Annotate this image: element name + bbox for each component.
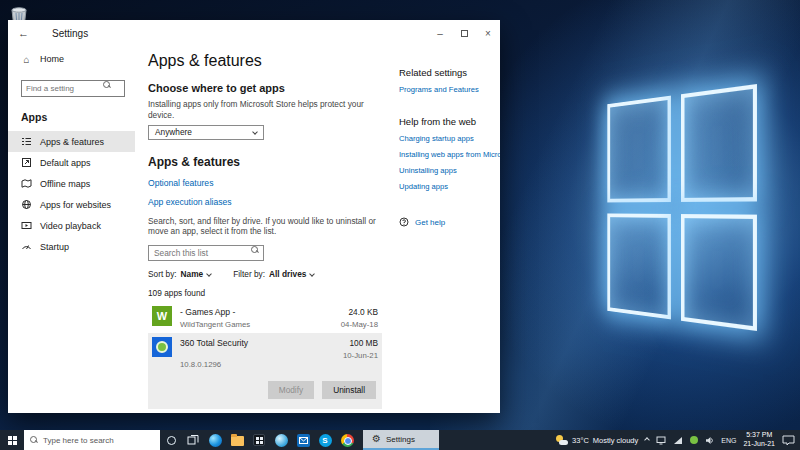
clock-time: 5:37 PM [743,431,775,440]
home-label: Home [40,54,64,64]
store-icon [253,434,265,446]
sidebar-item-offline-maps[interactable]: Offline maps [8,173,135,194]
apps-features-icon [21,136,32,147]
sort-by-value: Name [181,269,204,279]
choose-apps-description: Installing apps only from Microsoft Stor… [148,99,386,121]
search-description: Search, sort, and filter by drive. If yo… [148,216,376,238]
uninstall-button[interactable]: Uninstall [322,381,376,399]
volume-icon[interactable] [705,436,714,445]
related-settings-heading: Related settings [399,67,500,78]
tray-expand-icon[interactable] [644,437,650,443]
back-icon[interactable]: ← [18,27,38,39]
desktop: ← Settings – × ⌂ Home Apps [0,0,800,450]
skype-icon: S [319,434,332,447]
app-row-3d-builder[interactable]: b 3D Builder Microsoft Corporation 16.0 … [148,409,382,413]
help-from-web-heading: Help from the web [399,116,500,127]
help-link-updating-apps[interactable]: Updating apps [399,182,500,191]
app-size: 100 MB [343,338,378,348]
close-icon[interactable]: × [476,20,500,46]
file-explorer-icon [231,436,244,446]
sidebar-item-label: Startup [40,242,69,252]
right-panel: Related settings Programs and Features H… [386,46,500,413]
task-view-icon [187,434,199,446]
home-icon: ⌂ [21,54,32,65]
programs-and-features-link[interactable]: Programs and Features [399,85,500,94]
sidebar-item-label: Default apps [40,158,91,168]
settings-sidebar: ⌂ Home Apps Apps & features [8,46,135,413]
display-tray-icon[interactable] [656,436,666,445]
action-center-icon[interactable] [782,435,795,446]
window-titlebar[interactable]: ← Settings – × [8,20,500,46]
get-help-link[interactable]: Get help [415,218,445,227]
app-row-games-app[interactable]: W - Games App - WildTangent Games 24.0 K… [148,302,382,333]
help-link-uninstalling-apps[interactable]: Uninstalling apps [399,166,500,175]
cortana-icon [167,436,176,445]
dropdown-value: Anywhere [155,127,192,137]
antivirus-tray-icon[interactable] [690,436,698,444]
taskbar-search-placeholder: Type here to search [43,436,114,445]
apps-count: 109 apps found [148,288,386,298]
clock-date: 21-Jun-21 [743,440,775,449]
startup-icon [21,241,32,252]
mail-button[interactable] [292,430,314,450]
weather-condition: Mostly cloudy [593,436,638,445]
search-this-list-input[interactable] [148,245,264,261]
filter-by-dropdown[interactable]: Filter by: All drives [233,269,314,279]
taskbar: Type here to search S ⚙ Settings 33°C Mo… [0,430,800,450]
clock[interactable]: 5:37 PM 21-Jun-21 [743,431,775,449]
task-view-button[interactable] [182,430,204,450]
window-title: Settings [52,28,88,39]
settings-task-label: Settings [386,435,415,444]
app-source-dropdown[interactable]: Anywhere [148,125,264,140]
apps-for-websites-icon [21,199,32,210]
help-link-charging-startup-apps[interactable]: Charging startup apps [399,134,500,143]
app-execution-aliases-link[interactable]: App execution aliases [148,197,386,207]
app-name: 360 Total Security [180,338,343,348]
edge-taskbar-button[interactable] [204,430,226,450]
apps-features-heading: Apps & features [148,155,386,169]
app-version: 10.8.0.1296 [180,360,343,369]
maximize-icon[interactable] [452,20,476,46]
sidebar-item-default-apps[interactable]: Default apps [8,152,135,173]
app-publisher: WildTangent Games [180,320,341,329]
sidebar-item-apps-for-websites[interactable]: Apps for websites [8,194,135,215]
modify-button[interactable]: Modify [268,381,314,399]
games-app-icon: W [152,306,172,326]
start-button[interactable] [0,430,24,450]
skype-button[interactable]: S [314,430,336,450]
taskbar-search[interactable]: Type here to search [24,430,160,450]
language-indicator[interactable]: ENG [721,437,736,444]
sort-by-dropdown[interactable]: Sort by: Name [148,269,211,279]
search-icon [103,81,111,89]
network-icon[interactable] [673,436,683,445]
help-link-installing-web-apps[interactable]: Installing web apps from Microsoft [399,150,500,159]
minimize-icon[interactable]: – [428,20,452,46]
sidebar-section-apps: Apps [8,101,135,131]
browser-app-button[interactable] [270,430,292,450]
sidebar-item-video-playback[interactable]: Video playback [8,215,135,236]
cortana-button[interactable] [160,430,182,450]
app-row-360-total-security[interactable]: 360 Total Security 10.8.0.1296 100 MB 10… [148,333,382,409]
sidebar-item-label: Apps & features [40,137,104,147]
sidebar-item-home[interactable]: ⌂ Home [8,48,135,70]
edge-icon [209,434,222,447]
get-help-icon [399,213,409,231]
sort-by-label: Sort by: [148,269,177,279]
sidebar-item-label: Video playback [40,221,101,231]
optional-features-link[interactable]: Optional features [148,178,386,188]
settings-task-button[interactable]: ⚙ Settings [363,430,439,450]
default-apps-icon [21,157,32,168]
sidebar-item-label: Offline maps [40,179,90,189]
sidebar-item-apps-features[interactable]: Apps & features [8,131,135,152]
app-install-date: 10-Jun-21 [343,351,378,360]
file-explorer-button[interactable] [226,430,248,450]
microsoft-store-button[interactable] [248,430,270,450]
search-icon [251,246,259,254]
chevron-down-icon [206,271,212,277]
gear-icon: ⚙ [372,434,381,444]
chrome-button[interactable] [336,430,358,450]
sidebar-item-startup[interactable]: Startup [8,236,135,257]
sidebar-item-label: Apps for websites [40,200,111,210]
360-total-security-icon [152,337,172,357]
weather-widget[interactable]: 33°C Mostly cloudy [556,435,638,445]
